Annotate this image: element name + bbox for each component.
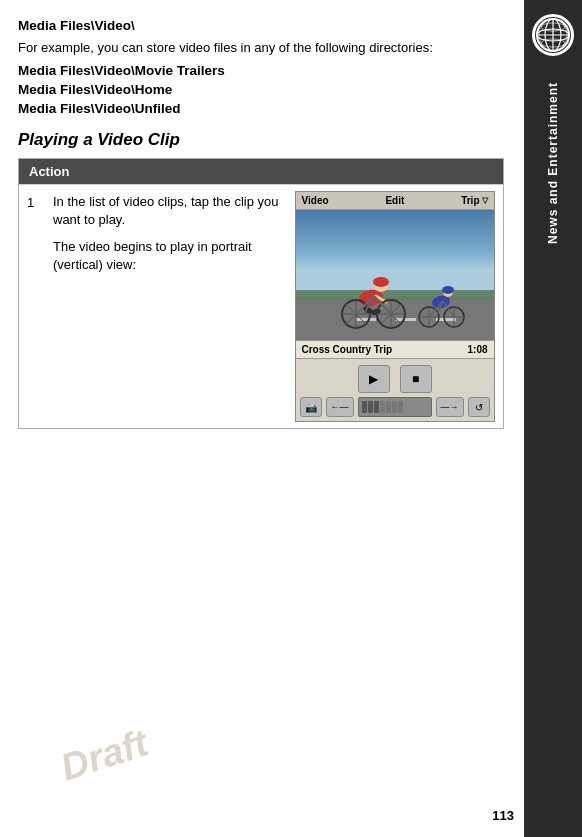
phone-trip-label: Trip ▽ — [461, 195, 487, 206]
svg-rect-3 — [356, 318, 376, 321]
progress-bar[interactable] — [358, 397, 432, 417]
directory-item-2: Media Files\Video\Home — [18, 82, 504, 97]
row-text: In the list of video clips, tap the clip… — [47, 185, 288, 428]
table-row: 1 In the list of video clips, tap the cl… — [19, 184, 503, 428]
draft-watermark: Draft — [56, 721, 154, 789]
svg-point-27 — [442, 286, 454, 294]
forward-button[interactable]: —→ — [436, 397, 464, 417]
directory-item-3: Media Files\Video\Unfiled — [18, 101, 504, 116]
path-line: Media Files\Video\ — [18, 18, 504, 33]
play-button[interactable]: ▶ — [358, 365, 390, 393]
bottom-controls: 📷 ←— — [300, 397, 490, 417]
back-icon-btn[interactable]: ↺ — [468, 397, 490, 417]
svg-point-8 — [373, 277, 389, 287]
table-header: Action — [19, 159, 503, 184]
video-title: Cross Country Trip — [302, 344, 393, 355]
intro-text: For example, you can store video files i… — [18, 39, 504, 57]
phone-controls-area: ▶ ■ 📷 ←— — [296, 359, 494, 421]
play-controls: ▶ ■ — [358, 365, 432, 393]
phone-video-label: Video — [302, 195, 329, 206]
sidebar-label: News and Entertainment — [546, 82, 560, 244]
phone-screen: Video Edit Trip ▽ — [295, 191, 495, 422]
right-sidebar: News and Entertainment — [524, 0, 582, 837]
row-text-primary: In the list of video clips, tap the clip… — [53, 193, 282, 229]
row-text-secondary: The video begins to play in portrait (ve… — [53, 238, 282, 274]
phone-edit-label: Edit — [385, 195, 404, 206]
action-table: Action 1 In the list of video clips, tap… — [18, 158, 504, 429]
phone-info-bar: Cross Country Trip 1:08 — [296, 340, 494, 359]
row-number: 1 — [19, 185, 47, 218]
svg-rect-4 — [396, 318, 416, 321]
camera-icon-btn[interactable]: 📷 — [300, 397, 322, 417]
globe-icon — [532, 14, 574, 56]
page-number: 113 — [492, 808, 514, 823]
directory-item-1: Media Files\Video\Movie Trailers — [18, 63, 504, 78]
phone-top-bar: Video Edit Trip ▽ — [296, 192, 494, 210]
row-image-cell: Video Edit Trip ▽ — [288, 185, 503, 428]
chevron-down-icon: ▽ — [482, 196, 488, 205]
stop-button[interactable]: ■ — [400, 365, 432, 393]
section-heading: Playing a Video Clip — [18, 130, 504, 150]
phone-video-area — [296, 210, 494, 340]
rewind-button[interactable]: ←— — [326, 397, 354, 417]
video-time: 1:08 — [467, 344, 487, 355]
svg-rect-0 — [296, 210, 494, 295]
